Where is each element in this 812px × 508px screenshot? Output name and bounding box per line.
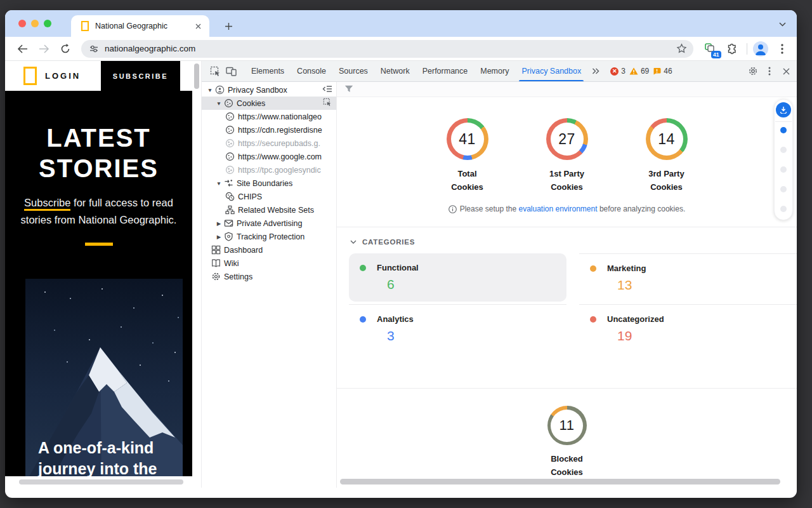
- devtools-panel: Elements Console Sources Network Perform…: [202, 61, 797, 488]
- evaluation-environment-link[interactable]: evaluation environment: [518, 204, 597, 213]
- more-tabs-icon[interactable]: [587, 63, 604, 79]
- subscribe-text-link[interactable]: Subscribe: [24, 197, 70, 211]
- tree-item-wiki[interactable]: Wiki: [202, 257, 336, 270]
- address-bar[interactable]: nationalgeographic.com: [81, 40, 693, 58]
- filter-funnel-icon[interactable]: [344, 85, 353, 93]
- error-count: 3: [621, 67, 625, 76]
- issues-badge[interactable]: 46: [653, 67, 672, 76]
- window-zoom-button[interactable]: [44, 20, 51, 27]
- tree-item-chips[interactable]: CHIPS: [202, 190, 336, 203]
- login-link[interactable]: LOGIN: [45, 71, 81, 81]
- profile-avatar[interactable]: [752, 41, 769, 57]
- total-cookies-donut: 41: [447, 118, 488, 160]
- tree-item-url-4[interactable]: https://www.google.com: [202, 150, 336, 163]
- back-button[interactable]: [14, 41, 30, 57]
- url-text[interactable]: nationalgeographic.com: [105, 44, 676, 53]
- cookie-icon: [225, 112, 235, 122]
- privacy-sandbox-icon: [214, 85, 225, 95]
- tab-strip: National Geographic: [5, 10, 797, 37]
- tree-item-url-1[interactable]: https://www.nationalgeo: [202, 110, 336, 123]
- first-party-cookies-stat[interactable]: 27 1st PartyCookies: [535, 118, 599, 194]
- tree-item-cookies[interactable]: ▼ Cookies: [202, 97, 336, 110]
- section-dot-4[interactable]: [780, 186, 787, 192]
- tree-item-site-boundaries[interactable]: ▼ Site Boundaries: [202, 177, 336, 190]
- page-vscroll-thumb[interactable]: [194, 64, 199, 89]
- tab-privacy-sandbox[interactable]: Privacy Sandbox: [515, 61, 587, 81]
- tree-item-privacy-sandbox[interactable]: ▼ Privacy Sandbox: [202, 83, 336, 97]
- tab-elements[interactable]: Elements: [245, 61, 291, 81]
- tree-item-tracking-protection[interactable]: ▶ Tracking Protection: [202, 230, 336, 243]
- section-dot-5[interactable]: [780, 206, 787, 212]
- third-party-cookies-stat[interactable]: 14 3rd PartyCookies: [635, 118, 698, 194]
- functional-dot-icon: [360, 265, 366, 271]
- tree-item-dashboard[interactable]: Dashboard: [202, 243, 336, 257]
- page-vertical-scrollbar[interactable]: [192, 61, 202, 488]
- inspect-frame-icon[interactable]: [323, 98, 332, 107]
- devtools-close-icon[interactable]: [778, 63, 794, 79]
- expand-arrow-icon[interactable]: ▼: [214, 100, 223, 107]
- tree-item-related-website-sets[interactable]: Related Website Sets: [202, 203, 336, 217]
- blocked-cookies-section: 11 BlockedCookies: [337, 389, 797, 479]
- reload-button[interactable]: [57, 41, 74, 57]
- tab-console[interactable]: Console: [291, 61, 332, 81]
- tree-item-url-5[interactable]: https://tpc.googlesyndic: [202, 163, 336, 177]
- subscribe-button[interactable]: SUBSCRIBE: [101, 61, 180, 91]
- natgeo-logo-icon[interactable]: [23, 67, 37, 85]
- tab-sources[interactable]: Sources: [332, 61, 374, 81]
- warning-badge[interactable]: 69: [629, 67, 649, 76]
- section-dot-3[interactable]: [780, 166, 787, 173]
- forward-button[interactable]: [36, 41, 52, 57]
- device-toolbar-icon[interactable]: [223, 63, 240, 79]
- tree-item-url-3[interactable]: https://securepubads.g.: [202, 137, 336, 150]
- cookie-analysis-extension-icon[interactable]: 41: [702, 41, 719, 57]
- tab-memory[interactable]: Memory: [474, 61, 515, 81]
- blocked-cookies-stat[interactable]: 11 BlockedCookies: [535, 406, 599, 479]
- window-close-button[interactable]: [18, 20, 26, 27]
- expand-arrow-icon[interactable]: ▼: [214, 180, 223, 187]
- error-badge[interactable]: ✕ 3: [610, 67, 625, 76]
- panel-hscroll-thumb[interactable]: [340, 479, 780, 485]
- tree-item-settings[interactable]: Settings: [202, 270, 336, 283]
- site-header: LOGIN SUBSCRIBE: [5, 61, 192, 91]
- category-functional[interactable]: Functional 6: [349, 253, 566, 304]
- blocked-cookies-value: 11: [547, 406, 587, 445]
- expand-arrow-icon[interactable]: ▼: [206, 87, 214, 93]
- section-dot-2[interactable]: [780, 147, 787, 153]
- collapsed-arrow-icon[interactable]: ▶: [214, 234, 223, 240]
- panel-horizontal-scrollbar[interactable]: [337, 476, 797, 488]
- devtools-controls: [745, 63, 794, 79]
- inspect-element-icon[interactable]: [207, 63, 223, 79]
- browser-tab[interactable]: National Geographic: [71, 15, 209, 37]
- tab-strip-chevron-icon[interactable]: [776, 18, 788, 30]
- cookie-stats-row: 41 TotalCookies 27 1st PartyCookies: [337, 97, 797, 194]
- extensions-puzzle-icon[interactable]: [724, 41, 740, 57]
- tab-performance[interactable]: Performance: [416, 61, 475, 81]
- collapsed-arrow-icon[interactable]: ▶: [214, 220, 223, 227]
- story-card[interactable]: A one-of-a-kind journey into the Amazon: [25, 279, 183, 483]
- window-minimize-button[interactable]: [31, 20, 39, 27]
- tab-close-icon[interactable]: [193, 21, 203, 31]
- category-marketing[interactable]: Marketing 13: [579, 253, 797, 304]
- site-horizontal-scrollbar[interactable]: [5, 476, 192, 488]
- bookmark-star-icon[interactable]: [676, 43, 687, 54]
- section-dot-1[interactable]: [780, 127, 787, 133]
- site-hscroll-thumb[interactable]: [19, 479, 183, 485]
- collapse-panel-icon[interactable]: [322, 84, 332, 93]
- tree-item-private-advertising[interactable]: ▶ Private Advertising: [202, 217, 336, 230]
- site-settings-icon[interactable]: [89, 44, 99, 54]
- tree-item-url-2[interactable]: https://cdn.registerdisne: [202, 123, 336, 137]
- tab-network[interactable]: Network: [374, 61, 416, 81]
- hero-promo-text: Subscribe for full access to read storie…: [5, 194, 192, 229]
- devtools-menu-icon[interactable]: [761, 63, 778, 79]
- devtools-settings-gear-icon[interactable]: [745, 63, 761, 79]
- download-report-button[interactable]: [776, 102, 791, 117]
- browser-menu-icon[interactable]: [774, 41, 790, 57]
- new-tab-button[interactable]: [221, 18, 236, 34]
- total-cookies-stat[interactable]: 41 TotalCookies: [436, 118, 499, 194]
- category-analytics[interactable]: Analytics 3: [349, 304, 566, 355]
- console-status-badges[interactable]: ✕ 3 69 46: [610, 67, 672, 76]
- categories-section-header[interactable]: CATEGORIES: [337, 227, 797, 246]
- first-party-value: 27: [546, 118, 588, 160]
- book-icon: [211, 258, 221, 269]
- category-uncategorized[interactable]: Uncategorized 19: [579, 304, 797, 355]
